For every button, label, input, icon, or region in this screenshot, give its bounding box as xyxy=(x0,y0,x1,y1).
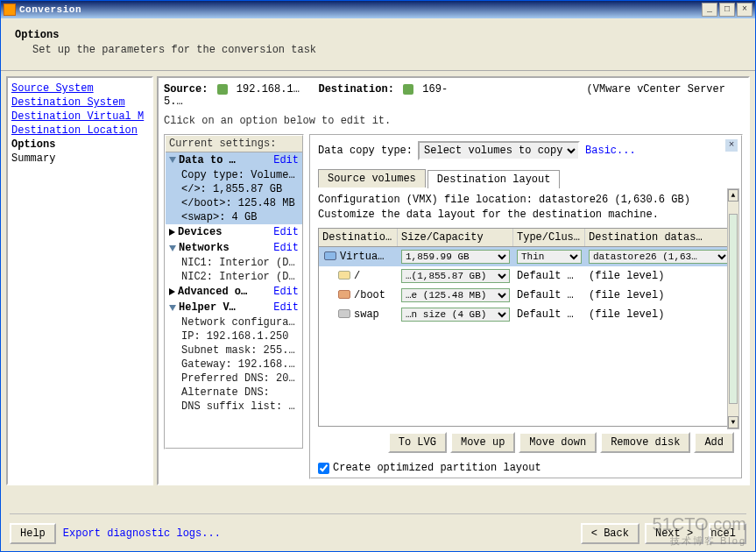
col-datastore[interactable]: Destination datas… xyxy=(585,229,733,246)
tree-helper[interactable]: Helper V… Edit xyxy=(166,300,302,315)
nav-destination-location[interactable]: Destination Location xyxy=(11,124,148,138)
instruction: Click on an option below to edit it. xyxy=(164,110,743,134)
nav-destination-vm[interactable]: Destination Virtual M xyxy=(11,110,148,124)
helper-line: Alternate DNS: xyxy=(166,386,302,400)
table-row[interactable]: /…(1,855.87 GB)Default …(file level) xyxy=(319,266,733,286)
help-button[interactable]: Help xyxy=(10,523,56,544)
next-button[interactable]: Next > xyxy=(645,523,703,544)
config-desc: Configuration (VMX) file location: datas… xyxy=(311,188,741,228)
panes: Current settings: Data to … Edit Copy ty… xyxy=(164,134,743,479)
vol-boot: </boot>: 125.48 MB xyxy=(166,196,302,210)
scroll-up-icon[interactable]: ▲ xyxy=(728,189,738,202)
window-title: Conversion xyxy=(19,4,702,15)
body: Source System Destination System Destina… xyxy=(1,71,755,491)
source-dest-line: Source: 192.168.1… Destination: 169- (VM… xyxy=(164,81,743,110)
layout-tabs: Source volumes Destination layout xyxy=(311,169,741,188)
size-select[interactable]: …(1,855.87 GB) xyxy=(401,269,510,283)
col-size[interactable]: Size/Capacity xyxy=(398,229,513,246)
vertical-scrollbar[interactable]: ▲ ▼ xyxy=(727,188,739,429)
destination-icon xyxy=(403,84,413,95)
size-select[interactable]: …e (125.48 MB) xyxy=(401,288,510,302)
minimize-button[interactable]: _ xyxy=(702,3,717,17)
wizard-nav: Source System Destination System Destina… xyxy=(6,76,153,485)
optimized-row: Create optimized partition layout xyxy=(311,458,741,478)
chevron-right-icon xyxy=(169,229,175,236)
page-title: Options xyxy=(15,29,741,41)
size-select[interactable]: 1,859.99 GB xyxy=(401,250,510,264)
nav-destination-system[interactable]: Destination System xyxy=(11,96,148,110)
table-row[interactable]: Virtua…1,859.99 GBThindatastore26 (1,63… xyxy=(319,247,733,266)
helper-line: Gateway: 192.168.… xyxy=(166,357,302,372)
wizard-header: Options Set up the parameters for the co… xyxy=(1,18,755,71)
cell-name: / xyxy=(319,270,398,282)
chevron-down-icon xyxy=(169,157,176,163)
source-label: Source: xyxy=(164,83,208,96)
app-icon xyxy=(4,4,16,16)
tree-data-to[interactable]: Data to … Edit xyxy=(166,152,302,168)
right-pane: Source: 192.168.1… Destination: 169- (VM… xyxy=(157,76,750,485)
tree-networks[interactable]: Networks Edit xyxy=(166,240,302,256)
data-copy-type-select[interactable]: Select volumes to copy xyxy=(418,141,580,160)
nav-source-system[interactable]: Source System xyxy=(11,81,148,96)
export-logs-link[interactable]: Export diagnostic logs... xyxy=(63,527,221,540)
tree-devices[interactable]: Devices Edit xyxy=(166,224,302,240)
helper-line: Preferred DNS: 20… xyxy=(166,372,302,386)
tab-source-volumes[interactable]: Source volumes xyxy=(318,169,426,188)
destination-value: 169- xyxy=(422,83,448,96)
source-icon xyxy=(217,84,228,95)
back-button[interactable]: < Back xyxy=(581,523,639,544)
close-panel-icon[interactable]: × xyxy=(725,139,738,152)
edit-data-to[interactable]: Edit xyxy=(273,154,299,166)
remove-disk-button[interactable]: Remove disk xyxy=(600,432,690,453)
basic-link[interactable]: Basic... xyxy=(585,145,636,157)
grid-header: Destinatio… Size/Capacity Type/Clus… Des… xyxy=(319,229,733,247)
nic1: NIC1: Interior (D… xyxy=(166,256,302,270)
to-lvg-button[interactable]: To LVG xyxy=(388,432,447,453)
tree-advanced[interactable]: Advanced o… Edit xyxy=(166,284,302,300)
cell-size: 1,859.99 GB xyxy=(398,250,513,264)
table-row[interactable]: /boot…e (125.48 MB)Default …(file level) xyxy=(319,286,733,305)
detail-panel: × Data copy type: Select volumes to copy… xyxy=(309,134,743,479)
nav-current: Options xyxy=(11,138,148,152)
helper-line: IP: 192.168.1.250 xyxy=(166,329,302,343)
cancel-button[interactable]: ncel xyxy=(709,523,746,544)
cell-name: /boot xyxy=(319,289,398,301)
type-select[interactable]: Thin xyxy=(517,250,582,264)
edit-helper[interactable]: Edit xyxy=(273,301,299,314)
vol-root: </>: 1,855.87 GB xyxy=(166,182,302,196)
titlebar: Conversion _ □ × xyxy=(1,1,755,18)
helper-line: Subnet mask: 255.… xyxy=(166,343,302,357)
cell-size: …e (125.48 MB) xyxy=(398,288,513,302)
disk-icon xyxy=(324,251,336,260)
edit-devices[interactable]: Edit xyxy=(273,226,299,238)
tab-destination-layout[interactable]: Destination layout xyxy=(427,170,561,188)
customize-note: Customize the data layout for the destin… xyxy=(318,208,734,223)
datastore-select[interactable]: datastore26 (1,63… xyxy=(589,250,730,264)
move-down-button[interactable]: Move down xyxy=(519,432,597,453)
cell-type: Default … xyxy=(513,270,585,282)
cell-size: …(1,855.87 GB) xyxy=(398,269,513,283)
window: Conversion _ □ × Options Set up the para… xyxy=(0,0,756,552)
maximize-button[interactable]: □ xyxy=(719,3,735,17)
helper-line: DNS suffix list: … xyxy=(166,400,302,414)
close-button[interactable]: × xyxy=(737,3,752,17)
scroll-down-icon[interactable]: ▼ xyxy=(728,416,738,428)
edit-advanced[interactable]: Edit xyxy=(273,286,299,298)
scroll-thumb[interactable] xyxy=(729,214,738,404)
table-row[interactable]: swap…n size (4 GB)Default …(file level) xyxy=(319,305,733,324)
cell-type: Default … xyxy=(513,289,585,301)
chevron-right-icon xyxy=(169,288,175,295)
add-button[interactable]: Add xyxy=(694,432,734,453)
data-copy-type-row: Data copy type: Select volumes to copy B… xyxy=(311,136,741,166)
vmx-location: Configuration (VMX) file location: datas… xyxy=(318,193,734,208)
layout-grid: Destinatio… Size/Capacity Type/Clus… Des… xyxy=(318,228,734,427)
settings-header: Current settings: xyxy=(166,136,302,152)
col-type[interactable]: Type/Clus… xyxy=(513,229,585,246)
edit-networks[interactable]: Edit xyxy=(273,242,299,254)
col-destination[interactable]: Destinatio… xyxy=(319,229,398,246)
nic2: NIC2: Interior (D… xyxy=(166,270,302,284)
move-up-button[interactable]: Move up xyxy=(450,432,515,453)
size-select[interactable]: …n size (4 GB) xyxy=(401,308,510,322)
optimized-checkbox[interactable] xyxy=(318,463,329,474)
destination-label: Destination: xyxy=(318,83,393,96)
